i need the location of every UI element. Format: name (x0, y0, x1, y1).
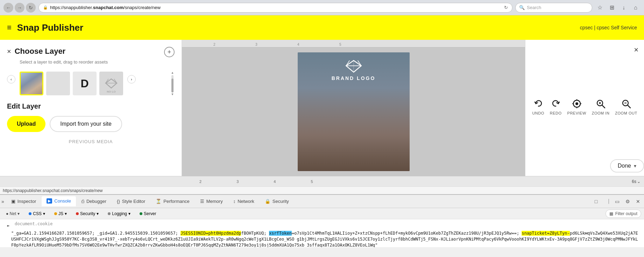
tab-performance[interactable]: ⏳ Performance (151, 197, 194, 206)
js-label: JS (58, 211, 63, 216)
zoom-in-button[interactable]: ZOOM IN (592, 98, 610, 115)
panel-close-button[interactable]: × (7, 47, 11, 56)
zoom-in-label: ZOOM IN (592, 111, 610, 115)
header-left: ≡ Snap Publisher (7, 22, 83, 33)
tab-console[interactable]: ▶ Console (42, 196, 76, 206)
zoom-out-icon (621, 98, 631, 109)
tab-console-label: Console (54, 198, 71, 204)
server-label: Server (144, 211, 156, 216)
snap-frame-image: BRAND LOGO (298, 52, 410, 171)
undo-button[interactable]: UNDO (532, 98, 544, 115)
js-dot (54, 212, 57, 215)
redo-button[interactable]: REDO (550, 98, 562, 115)
split-button[interactable]: ⎹ (602, 197, 611, 206)
horizontal-ruler: 2 3 4 5 (182, 40, 525, 47)
scroll-up-icon[interactable]: ▲ (171, 71, 174, 74)
search-icon: 🔍 (519, 5, 525, 10)
zoom-out-label: ZOOM OUT (615, 111, 637, 115)
edit-layer-section: Edit Layer Upload Import from your site … (7, 102, 175, 144)
tab-debugger[interactable]: ⎙ Debugger (77, 197, 111, 206)
download-button[interactable]: ↓ (619, 3, 629, 13)
browser-actions: ☆ ⊞ ↓ ⌂ (595, 3, 641, 13)
home-button[interactable]: ⌂ (631, 3, 641, 13)
preview-button[interactable]: PREVIEW (567, 98, 586, 115)
tab-style-editor[interactable]: {} Style Editor (112, 197, 150, 206)
reload-button[interactable]: ↻ (26, 3, 36, 13)
layer-thumb-photo[interactable] (20, 72, 43, 95)
devtools-filter-bar: ● Net ▾ CSS ▾ JS ▾ Security ▾ Logging ▾ … (0, 208, 644, 219)
filter-chip-js[interactable]: JS ▾ (51, 210, 70, 217)
security-dot (76, 212, 79, 215)
filter-output[interactable]: ▦ Filter output (606, 210, 641, 218)
layer-thumb-empty[interactable] (46, 72, 70, 95)
filter-chip-server[interactable]: Server (136, 210, 159, 217)
scroll-right-button[interactable]: › (127, 75, 136, 83)
console-jsessionid: JSESSIONID=pht0Hpzdma2dp (181, 231, 241, 236)
responsive-button[interactable]: ▭ (613, 197, 622, 206)
star-button[interactable]: ☆ (595, 3, 605, 13)
zoom-in-icon (595, 98, 606, 109)
close-devtools-button[interactable]: ✕ (634, 197, 643, 206)
upload-button[interactable]: Upload (7, 116, 45, 132)
logging-dropdown-icon: ▾ (128, 211, 130, 216)
tab-debugger-label: Debugger (86, 199, 106, 204)
canvas-area: 2 3 4 5 BRAND L (182, 40, 525, 176)
performance-icon: ⏳ (156, 199, 161, 204)
tab-style-editor-label: Style Editor (122, 199, 145, 204)
filter-chip-logging[interactable]: Logging ▾ (105, 210, 134, 217)
layer-thumbnails-container: ‹ D (7, 70, 175, 97)
import-button[interactable]: Import from your site (50, 116, 122, 132)
tab-security-label: Security (273, 199, 289, 204)
settings-button[interactable]: ⚙ (623, 197, 632, 206)
grid-button[interactable]: ⊞ (607, 3, 617, 13)
address-url: https://snappublisher.snapchat.com/snaps… (50, 5, 502, 10)
scroll-handle[interactable] (171, 79, 174, 93)
style-editor-icon: {} (117, 199, 120, 204)
scroll-track[interactable] (171, 75, 174, 92)
layer-thumb-logo[interactable]: NO LO (99, 72, 123, 95)
console-xsrftoken: xsrfToken (269, 231, 292, 236)
reload-icon[interactable]: ↻ (504, 5, 508, 10)
add-icon: + (168, 49, 171, 56)
console-expand-button[interactable]: ► (4, 221, 13, 230)
network-icon: ↕ (233, 199, 236, 204)
ruler-mark-2: 2 (213, 43, 215, 46)
scroll-left-button[interactable]: ‹ (7, 75, 15, 83)
devtools-tabs: » ▣ Inspector ▶ Console ⎙ Debugger {} St… (0, 195, 644, 208)
hamburger-menu[interactable]: ≡ (7, 23, 12, 32)
devtools-expand-button[interactable]: » (1, 199, 4, 204)
timeline-end: 6s ⌄ (632, 179, 641, 184)
filter-chip-css[interactable]: CSS ▾ (26, 210, 48, 217)
search-bar[interactable]: 🔍 Search (515, 3, 592, 13)
zoom-out-button[interactable]: ZOOM OUT (615, 98, 637, 115)
done-button[interactable]: Done ▾ (610, 159, 644, 172)
layer-thumb-text[interactable]: D (73, 72, 97, 95)
console-output: "_ga=GA1.2.1594166287.1501059657; _gid=G… (11, 230, 640, 247)
tab-network[interactable]: ↕ Network (228, 197, 259, 206)
logging-dot (108, 212, 111, 215)
filter-chip-net[interactable]: ● Net ▾ (3, 210, 23, 217)
svg-point-10 (575, 102, 578, 105)
logging-label: Logging (112, 211, 127, 216)
snap-frame[interactable]: BRAND LOGO (298, 52, 410, 171)
ruler-tick-4: 4 (274, 179, 276, 184)
panel-add-button[interactable]: + (164, 47, 175, 57)
back-button[interactable]: ← (3, 3, 13, 13)
memory-icon: ☰ (200, 199, 204, 204)
tab-security[interactable]: 🔒 Security (260, 197, 294, 206)
net-label: ● Net (6, 211, 16, 216)
address-bar[interactable]: 🔒 https://snappublisher.snapchat.com/sna… (38, 3, 512, 13)
tab-inspector[interactable]: ▣ Inspector (6, 197, 41, 206)
filter-chip-security[interactable]: Security ▾ (73, 210, 102, 217)
forward-button[interactable]: → (15, 3, 24, 13)
ruler-tick-3: 3 (236, 179, 239, 184)
security-dropdown-icon: ▾ (97, 211, 99, 216)
css-label: CSS (33, 211, 42, 216)
header-user-info: cpsec | cpsec Self Service (580, 25, 637, 30)
scroll-down-icon[interactable]: ▼ (171, 93, 174, 96)
filter-icon: ▦ (609, 211, 613, 216)
toolbar-close-button[interactable]: × (634, 45, 638, 54)
tab-memory[interactable]: ☰ Memory (195, 197, 228, 206)
dock-button[interactable]: □ (592, 197, 601, 206)
thumbnail-scrollbar[interactable]: ▲ ▼ (170, 70, 175, 97)
